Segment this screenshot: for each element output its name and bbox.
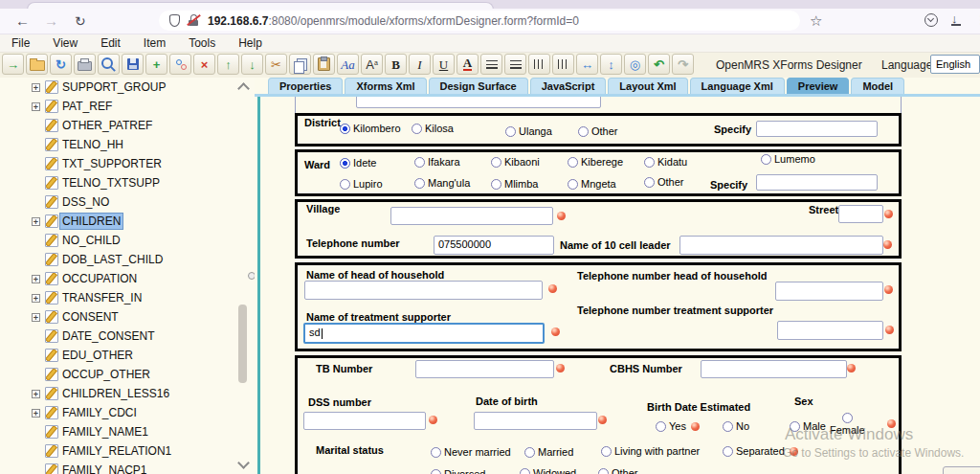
copy-icon[interactable]	[289, 54, 311, 75]
menu-edit[interactable]: Edit	[89, 36, 132, 50]
expand-plus-icon[interactable]	[32, 390, 40, 398]
delete-icon[interactable]: ×	[193, 54, 215, 75]
sidebar-item-no-child[interactable]: NO_CHILD	[0, 231, 255, 250]
radio-mngeta[interactable]: Mngeta	[568, 178, 616, 190]
radio-ulanga[interactable]: Ulanga	[505, 125, 552, 137]
supporter-tel-input[interactable]	[777, 321, 883, 340]
font-size-icon[interactable]: A	[361, 54, 383, 75]
valign-bottom-icon[interactable]	[552, 54, 574, 75]
reload-icon[interactable]: ↻	[75, 11, 86, 31]
tree-icon[interactable]	[169, 54, 191, 75]
tab-preview[interactable]: Preview	[787, 78, 850, 94]
sidebar-item-family-name1[interactable]: FAMILY_NAME1	[0, 422, 255, 441]
valign-top-icon[interactable]	[528, 54, 550, 75]
sidebar-item-dss-no[interactable]: DSS_NO	[0, 192, 255, 212]
sidebar-scrollbar-thumb[interactable]	[238, 305, 247, 383]
move-up-icon[interactable]: ↑	[217, 54, 239, 75]
pocket-icon[interactable]	[924, 13, 938, 27]
head-name-input[interactable]	[304, 281, 543, 300]
district-specify-input[interactable]	[756, 121, 878, 137]
expand-plus-icon[interactable]	[32, 217, 40, 226]
menu-tools[interactable]: Tools	[177, 36, 227, 50]
cell-leader-input[interactable]	[679, 236, 883, 255]
sidebar-item-occupation[interactable]: OCCUPATION	[0, 269, 255, 288]
align-left-icon[interactable]	[480, 54, 502, 75]
paste-icon[interactable]	[313, 54, 335, 75]
radio-yes[interactable]: Yes	[656, 420, 700, 432]
radio-other[interactable]: Other	[644, 176, 684, 188]
sidebar-item-edu-other[interactable]: EDU_OTHER	[0, 346, 255, 365]
save-icon[interactable]	[122, 54, 144, 75]
forward-icon[interactable]: →	[44, 11, 58, 31]
menu-view[interactable]: View	[41, 36, 89, 50]
move-down-icon[interactable]: ↓	[241, 54, 263, 75]
sidebar-item-txt-supporter[interactable]: TXT_SUPPORTER	[0, 154, 255, 173]
language-select[interactable]: English	[930, 55, 980, 74]
head-tel-input[interactable]	[775, 282, 883, 301]
sidebar-item-transfer-in[interactable]: TRANSFER_IN	[0, 288, 255, 307]
sidebar-item-support-group[interactable]: SUPPORT_GROUP	[0, 78, 255, 97]
download-icon[interactable]: ↓	[951, 11, 958, 26]
partial-input[interactable]	[356, 97, 601, 108]
sidebar-item-children[interactable]: CHILDREN	[0, 212, 255, 231]
radio-kibaoni[interactable]: Kibaoni	[491, 156, 540, 168]
radio-no[interactable]: No	[723, 420, 749, 432]
expand-plus-icon[interactable]	[32, 83, 40, 92]
street-input[interactable]	[838, 205, 883, 223]
menu-help[interactable]: Help	[227, 36, 274, 50]
ward-specify-input[interactable]	[756, 174, 878, 191]
tab-layout-xml[interactable]: Layout Xml	[608, 78, 687, 94]
sidebar-item-family-relation1[interactable]: FAMILY_RELATION1	[0, 441, 255, 461]
radio-mlimba[interactable]: Mlimba	[491, 178, 538, 190]
dss-number-input[interactable]	[303, 412, 426, 430]
tab-javascript[interactable]: JavaScript	[530, 78, 607, 94]
telephone-input[interactable]: 075500000	[434, 236, 554, 255]
sidebar-item-occup-other[interactable]: OCCUP_OTHER	[0, 365, 255, 384]
address-bar[interactable]: 192.168.6.7:8080/openmrs/module/xforms/x…	[159, 11, 800, 31]
dob-input[interactable]	[474, 412, 597, 430]
radio-ifakara[interactable]: Ifakara	[414, 156, 460, 168]
bold-icon[interactable]: B	[385, 54, 407, 75]
menu-item[interactable]: Item	[132, 36, 177, 50]
radio-kilombero[interactable]: Kilombero	[340, 123, 401, 134]
font-color-icon[interactable]: A	[457, 54, 479, 75]
tab-xforms-xml[interactable]: Xforms Xml	[345, 78, 426, 94]
expand-plus-icon[interactable]	[32, 102, 40, 111]
radio-idete[interactable]: Idete	[340, 157, 376, 169]
cut-icon[interactable]: ✂	[265, 54, 287, 75]
add-item-icon[interactable]: +	[145, 54, 167, 75]
radio-widowed[interactable]: Widowed	[520, 467, 576, 474]
back-icon[interactable]: ←	[15, 11, 30, 31]
open-folder-icon[interactable]	[26, 54, 48, 75]
expand-plus-icon[interactable]	[32, 294, 40, 303]
expand-plus-icon[interactable]	[32, 313, 40, 322]
align-right-icon[interactable]	[504, 54, 526, 75]
radio-kidatu[interactable]: Kidatu	[644, 156, 687, 168]
sidebar-item-date-consent[interactable]: DATE_CONSENT	[0, 327, 255, 346]
tab-model[interactable]: Model	[851, 78, 904, 94]
sidebar-item-dob-last-child[interactable]: DOB_LAST_CHILD	[0, 250, 255, 269]
radio-lupiro[interactable]: Lupiro	[340, 178, 383, 190]
radio-other[interactable]: Other	[598, 467, 638, 474]
bookmark-star-icon[interactable]: ☆	[810, 12, 822, 30]
redo-icon[interactable]: ↷	[672, 54, 694, 75]
sidebar-item-telno-txtsupp[interactable]: TELNO_TXTSUPP	[0, 173, 255, 192]
position-icon[interactable]: ◎	[624, 54, 646, 75]
supporter-name-input[interactable]: sd	[303, 323, 545, 344]
radio-living-with-partner[interactable]: Living with partner	[601, 445, 700, 457]
undo-icon[interactable]: ↶	[648, 54, 670, 75]
tb-number-input[interactable]	[415, 360, 554, 378]
radio-married[interactable]: Married	[524, 446, 573, 458]
tab-properties[interactable]: Properties	[268, 78, 343, 94]
search-icon[interactable]	[98, 54, 120, 75]
insecure-lock-icon[interactable]	[188, 14, 200, 27]
radio-kilosa[interactable]: Kilosa	[412, 123, 454, 134]
village-input[interactable]	[390, 207, 553, 225]
go-icon[interactable]: →	[2, 54, 24, 75]
overflow-menu-icon[interactable]: ⋮	[975, 12, 980, 27]
shield-icon[interactable]	[169, 14, 180, 27]
sidebar-item-consent[interactable]: CONSENT	[0, 307, 255, 327]
height-icon[interactable]: ↕	[600, 54, 622, 75]
underline-icon[interactable]: U	[433, 54, 455, 75]
print-icon[interactable]	[74, 54, 96, 75]
